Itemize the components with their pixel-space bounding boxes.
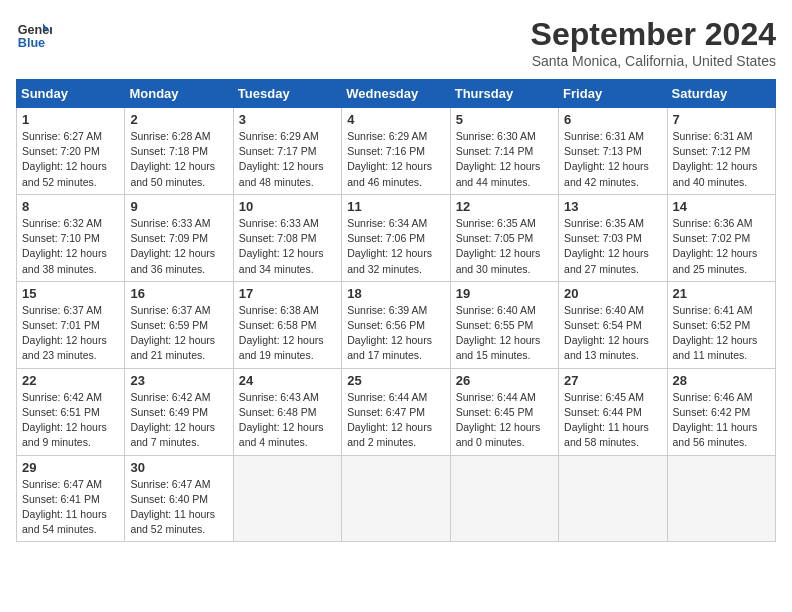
day-number: 1 xyxy=(22,112,119,127)
day-info: Sunrise: 6:40 AMSunset: 6:55 PMDaylight:… xyxy=(456,304,541,362)
day-number: 3 xyxy=(239,112,336,127)
calendar-day-cell: 7 Sunrise: 6:31 AMSunset: 7:12 PMDayligh… xyxy=(667,108,775,195)
location-title: Santa Monica, California, United States xyxy=(531,53,776,69)
day-number: 5 xyxy=(456,112,553,127)
calendar-day-cell: 14 Sunrise: 6:36 AMSunset: 7:02 PMDaylig… xyxy=(667,194,775,281)
day-number: 30 xyxy=(130,460,227,475)
day-info: Sunrise: 6:35 AMSunset: 7:03 PMDaylight:… xyxy=(564,217,649,275)
calendar-day-cell: 30 Sunrise: 6:47 AMSunset: 6:40 PMDaylig… xyxy=(125,455,233,542)
calendar-day-cell xyxy=(450,455,558,542)
day-number: 15 xyxy=(22,286,119,301)
calendar-header-row: SundayMondayTuesdayWednesdayThursdayFrid… xyxy=(17,80,776,108)
day-number: 10 xyxy=(239,199,336,214)
calendar-week-row: 29 Sunrise: 6:47 AMSunset: 6:41 PMDaylig… xyxy=(17,455,776,542)
weekday-header: Sunday xyxy=(17,80,125,108)
day-number: 17 xyxy=(239,286,336,301)
calendar: SundayMondayTuesdayWednesdayThursdayFrid… xyxy=(16,79,776,542)
day-number: 7 xyxy=(673,112,770,127)
calendar-day-cell: 23 Sunrise: 6:42 AMSunset: 6:49 PMDaylig… xyxy=(125,368,233,455)
calendar-day-cell: 9 Sunrise: 6:33 AMSunset: 7:09 PMDayligh… xyxy=(125,194,233,281)
calendar-day-cell: 18 Sunrise: 6:39 AMSunset: 6:56 PMDaylig… xyxy=(342,281,450,368)
day-info: Sunrise: 6:44 AMSunset: 6:47 PMDaylight:… xyxy=(347,391,432,449)
weekday-header: Tuesday xyxy=(233,80,341,108)
calendar-day-cell: 17 Sunrise: 6:38 AMSunset: 6:58 PMDaylig… xyxy=(233,281,341,368)
calendar-day-cell: 6 Sunrise: 6:31 AMSunset: 7:13 PMDayligh… xyxy=(559,108,667,195)
day-number: 29 xyxy=(22,460,119,475)
day-number: 20 xyxy=(564,286,661,301)
svg-text:Blue: Blue xyxy=(18,36,45,50)
calendar-day-cell: 24 Sunrise: 6:43 AMSunset: 6:48 PMDaylig… xyxy=(233,368,341,455)
day-info: Sunrise: 6:44 AMSunset: 6:45 PMDaylight:… xyxy=(456,391,541,449)
day-number: 26 xyxy=(456,373,553,388)
calendar-day-cell: 5 Sunrise: 6:30 AMSunset: 7:14 PMDayligh… xyxy=(450,108,558,195)
calendar-week-row: 8 Sunrise: 6:32 AMSunset: 7:10 PMDayligh… xyxy=(17,194,776,281)
day-info: Sunrise: 6:46 AMSunset: 6:42 PMDaylight:… xyxy=(673,391,758,449)
calendar-body: 1 Sunrise: 6:27 AMSunset: 7:20 PMDayligh… xyxy=(17,108,776,542)
day-info: Sunrise: 6:45 AMSunset: 6:44 PMDaylight:… xyxy=(564,391,649,449)
day-number: 9 xyxy=(130,199,227,214)
day-number: 27 xyxy=(564,373,661,388)
weekday-header: Thursday xyxy=(450,80,558,108)
day-number: 14 xyxy=(673,199,770,214)
day-number: 6 xyxy=(564,112,661,127)
day-info: Sunrise: 6:27 AMSunset: 7:20 PMDaylight:… xyxy=(22,130,107,188)
day-info: Sunrise: 6:33 AMSunset: 7:09 PMDaylight:… xyxy=(130,217,215,275)
day-info: Sunrise: 6:33 AMSunset: 7:08 PMDaylight:… xyxy=(239,217,324,275)
calendar-day-cell: 29 Sunrise: 6:47 AMSunset: 6:41 PMDaylig… xyxy=(17,455,125,542)
calendar-week-row: 15 Sunrise: 6:37 AMSunset: 7:01 PMDaylig… xyxy=(17,281,776,368)
day-info: Sunrise: 6:38 AMSunset: 6:58 PMDaylight:… xyxy=(239,304,324,362)
weekday-header: Saturday xyxy=(667,80,775,108)
calendar-day-cell: 21 Sunrise: 6:41 AMSunset: 6:52 PMDaylig… xyxy=(667,281,775,368)
day-info: Sunrise: 6:43 AMSunset: 6:48 PMDaylight:… xyxy=(239,391,324,449)
calendar-week-row: 1 Sunrise: 6:27 AMSunset: 7:20 PMDayligh… xyxy=(17,108,776,195)
header: General Blue September 2024 Santa Monica… xyxy=(16,16,776,69)
calendar-day-cell xyxy=(667,455,775,542)
calendar-day-cell: 2 Sunrise: 6:28 AMSunset: 7:18 PMDayligh… xyxy=(125,108,233,195)
day-info: Sunrise: 6:47 AMSunset: 6:40 PMDaylight:… xyxy=(130,478,215,536)
day-info: Sunrise: 6:28 AMSunset: 7:18 PMDaylight:… xyxy=(130,130,215,188)
day-info: Sunrise: 6:29 AMSunset: 7:17 PMDaylight:… xyxy=(239,130,324,188)
day-info: Sunrise: 6:42 AMSunset: 6:51 PMDaylight:… xyxy=(22,391,107,449)
day-number: 2 xyxy=(130,112,227,127)
calendar-day-cell: 15 Sunrise: 6:37 AMSunset: 7:01 PMDaylig… xyxy=(17,281,125,368)
day-number: 4 xyxy=(347,112,444,127)
weekday-header: Friday xyxy=(559,80,667,108)
day-number: 24 xyxy=(239,373,336,388)
day-info: Sunrise: 6:30 AMSunset: 7:14 PMDaylight:… xyxy=(456,130,541,188)
logo-icon: General Blue xyxy=(16,16,52,52)
calendar-day-cell: 20 Sunrise: 6:40 AMSunset: 6:54 PMDaylig… xyxy=(559,281,667,368)
day-number: 28 xyxy=(673,373,770,388)
calendar-day-cell xyxy=(233,455,341,542)
calendar-day-cell: 12 Sunrise: 6:35 AMSunset: 7:05 PMDaylig… xyxy=(450,194,558,281)
day-info: Sunrise: 6:36 AMSunset: 7:02 PMDaylight:… xyxy=(673,217,758,275)
day-info: Sunrise: 6:29 AMSunset: 7:16 PMDaylight:… xyxy=(347,130,432,188)
day-info: Sunrise: 6:34 AMSunset: 7:06 PMDaylight:… xyxy=(347,217,432,275)
calendar-day-cell: 19 Sunrise: 6:40 AMSunset: 6:55 PMDaylig… xyxy=(450,281,558,368)
calendar-day-cell: 3 Sunrise: 6:29 AMSunset: 7:17 PMDayligh… xyxy=(233,108,341,195)
logo: General Blue xyxy=(16,16,52,52)
day-info: Sunrise: 6:32 AMSunset: 7:10 PMDaylight:… xyxy=(22,217,107,275)
calendar-day-cell: 10 Sunrise: 6:33 AMSunset: 7:08 PMDaylig… xyxy=(233,194,341,281)
calendar-day-cell: 27 Sunrise: 6:45 AMSunset: 6:44 PMDaylig… xyxy=(559,368,667,455)
day-number: 23 xyxy=(130,373,227,388)
calendar-day-cell xyxy=(342,455,450,542)
title-section: September 2024 Santa Monica, California,… xyxy=(531,16,776,69)
day-number: 25 xyxy=(347,373,444,388)
day-number: 22 xyxy=(22,373,119,388)
day-info: Sunrise: 6:41 AMSunset: 6:52 PMDaylight:… xyxy=(673,304,758,362)
day-info: Sunrise: 6:35 AMSunset: 7:05 PMDaylight:… xyxy=(456,217,541,275)
calendar-week-row: 22 Sunrise: 6:42 AMSunset: 6:51 PMDaylig… xyxy=(17,368,776,455)
day-info: Sunrise: 6:42 AMSunset: 6:49 PMDaylight:… xyxy=(130,391,215,449)
calendar-day-cell xyxy=(559,455,667,542)
month-title: September 2024 xyxy=(531,16,776,53)
day-info: Sunrise: 6:40 AMSunset: 6:54 PMDaylight:… xyxy=(564,304,649,362)
day-info: Sunrise: 6:47 AMSunset: 6:41 PMDaylight:… xyxy=(22,478,107,536)
day-number: 18 xyxy=(347,286,444,301)
calendar-day-cell: 28 Sunrise: 6:46 AMSunset: 6:42 PMDaylig… xyxy=(667,368,775,455)
calendar-day-cell: 8 Sunrise: 6:32 AMSunset: 7:10 PMDayligh… xyxy=(17,194,125,281)
calendar-day-cell: 4 Sunrise: 6:29 AMSunset: 7:16 PMDayligh… xyxy=(342,108,450,195)
day-number: 16 xyxy=(130,286,227,301)
day-info: Sunrise: 6:31 AMSunset: 7:12 PMDaylight:… xyxy=(673,130,758,188)
day-info: Sunrise: 6:31 AMSunset: 7:13 PMDaylight:… xyxy=(564,130,649,188)
day-number: 21 xyxy=(673,286,770,301)
